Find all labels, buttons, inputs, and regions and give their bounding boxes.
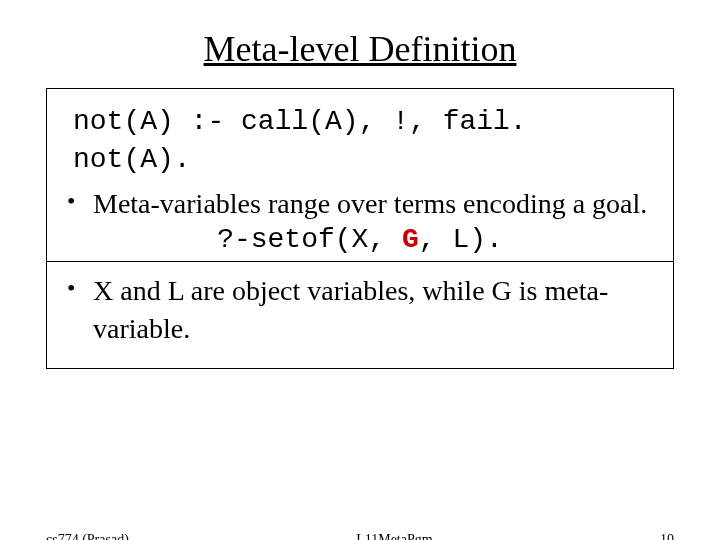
bullet-mark: • [67,185,93,217]
setof-prefix: ?-setof(X, [217,224,402,255]
setof-g: G [402,224,419,255]
code-block: not(A) :- call(A), !, fail. not(A). [73,103,653,179]
content-box: not(A) :- call(A), !, fail. not(A). • Me… [46,88,674,369]
footer: cs774 (Prasad) L11MetaPgm 10 [0,532,720,540]
slide-title: Meta-level Definition [0,28,720,70]
bullet-2: • X and L are object variables, while G … [67,272,653,348]
bullet-1: • Meta-variables range over terms encodi… [67,185,653,223]
setof-suffix: , L). [419,224,503,255]
code-line-2: not(A). [73,141,653,179]
divider [47,261,673,262]
bullet-mark: • [67,272,93,304]
footer-left: cs774 (Prasad) [46,532,129,540]
setof-expression: ?-setof(X, G, L). [67,224,653,255]
bullet-2-text: X and L are object variables, while G is… [93,272,653,348]
bullet-1-text: Meta-variables range over terms encoding… [93,185,653,223]
slide: Meta-level Definition not(A) :- call(A),… [0,28,720,540]
code-line-1: not(A) :- call(A), !, fail. [73,103,653,141]
footer-right: 10 [660,532,674,540]
footer-center: L11MetaPgm [356,532,432,540]
